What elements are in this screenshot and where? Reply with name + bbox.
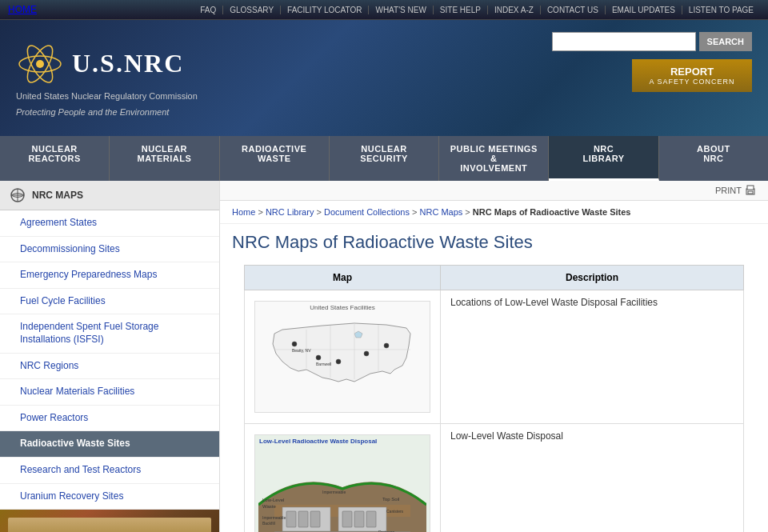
us-map-title: United States Facilities — [255, 302, 430, 314]
svg-text:Top Soil: Top Soil — [382, 497, 399, 502]
sidebar-item-agreement-states[interactable]: Agreement States — [0, 210, 219, 237]
svg-rect-27 — [310, 511, 320, 527]
email-updates-link[interactable]: EMAIL UPDATES — [606, 6, 682, 14]
nrc-atom-logo — [16, 40, 64, 88]
report-sublabel: A SAFETY CONCERN — [650, 78, 735, 86]
description-text-2: Low-Level Waste Disposal — [450, 430, 563, 442]
sidebar-item-emergency-preparedness[interactable]: Emergency Preparedness Maps — [0, 262, 219, 289]
svg-point-18 — [364, 351, 369, 356]
breadcrumb-library[interactable]: NRC Library — [266, 207, 314, 217]
svg-text:Impermeable: Impermeable — [262, 515, 286, 520]
waste-diagram-title: Low-Level Radioactive Waste Disposal — [255, 435, 430, 447]
svg-rect-29 — [354, 511, 364, 527]
sidebar-item-power-reactors[interactable]: Power Reactors — [0, 406, 219, 432]
svg-rect-9 — [748, 191, 753, 194]
waste-diagram-image[interactable]: Low-Level Radioactive Waste Disposal — [254, 434, 430, 532]
svg-text:Canisters: Canisters — [386, 509, 404, 514]
nrc-tagline: Protecting People and the Environment — [16, 107, 198, 117]
description-text-1: Locations of Low-Level Waste Disposal Fa… — [450, 297, 658, 308]
breadcrumb-home[interactable]: Home — [232, 207, 255, 217]
logo-container: U.S.NRC — [16, 40, 198, 88]
library-image — [0, 510, 219, 532]
sidebar-item-uranium-recovery[interactable]: Uranium Recovery Sites — [0, 484, 219, 510]
listen-to-page-link[interactable]: LISTEN TO PAGE — [682, 6, 760, 14]
svg-text:Low-Level: Low-Level — [262, 498, 284, 502]
sidebar-item-fuel-cycle[interactable]: Fuel Cycle Facilities — [0, 289, 219, 315]
breadcrumb-maps[interactable]: NRC Maps — [420, 207, 463, 217]
svg-rect-26 — [298, 511, 308, 527]
waste-diagram-svg: Low-Level Waste Top Soil Impermeable Imp… — [258, 447, 426, 532]
svg-text:Beatty, NV: Beatty, NV — [292, 348, 311, 353]
print-label: PRINT — [715, 186, 742, 195]
print-icon — [745, 185, 756, 196]
report-safety-button[interactable]: REPORT A SAFETY CONCERN — [632, 59, 752, 92]
maps-icon — [10, 187, 26, 203]
home-link[interactable]: HOME — [8, 4, 37, 15]
svg-point-15 — [292, 342, 297, 346]
sidebar-item-research-reactors[interactable]: Research and Test Reactors — [0, 458, 219, 484]
nav-nuclear-materials[interactable]: NUCLEARMATERIALS — [110, 136, 219, 181]
nav-about-nrc[interactable]: ABOUTNRC — [659, 136, 768, 181]
maps-table: Map Description United States Facilities — [244, 265, 744, 532]
main-navigation: NUCLEARREACTORS NUCLEARMATERIALS RADIOAC… — [0, 136, 768, 181]
search-input[interactable] — [552, 32, 696, 51]
print-bar: PRINT — [220, 181, 768, 201]
site-help-link[interactable]: SITE HELP — [434, 6, 488, 14]
whats-new-link[interactable]: WHAT'S NEW — [369, 6, 433, 14]
nav-nuclear-security[interactable]: NUCLEARSECURITY — [330, 136, 439, 181]
breadcrumb: Home > NRC Library > Document Collection… — [220, 201, 768, 224]
search-box: SEARCH — [552, 32, 752, 51]
table-row: Low-Level Radioactive Waste Disposal — [245, 424, 744, 533]
description-cell-1: Locations of Low-Level Waste Disposal Fa… — [441, 290, 744, 424]
svg-text:Backfill: Backfill — [262, 521, 275, 526]
sidebar-item-nrc-regions[interactable]: NRC Regions — [0, 354, 219, 380]
svg-text:Waste: Waste — [262, 504, 276, 509]
nrc-full-name: United States Nuclear Regulatory Commiss… — [16, 91, 198, 101]
facility-locator-link[interactable]: FACILITY LOCATOR — [281, 6, 369, 14]
svg-point-0 — [36, 60, 44, 68]
svg-rect-8 — [747, 186, 754, 190]
top-navigation: HOME FAQ GLOSSARY FACILITY LOCATOR WHAT'… — [0, 0, 768, 20]
nav-radioactive-waste[interactable]: RADIOACTIVEWASTE — [220, 136, 330, 181]
sidebar: NRC MAPS Agreement States Decommissionin… — [0, 181, 220, 532]
sidebar-item-isfsi[interactable]: Independent Spent Fuel Storage Installat… — [0, 314, 219, 353]
breadcrumb-documents[interactable]: Document Collections — [324, 207, 410, 217]
index-az-link[interactable]: INDEX A-Z — [488, 6, 541, 14]
description-cell-2: Low-Level Waste Disposal — [441, 424, 744, 533]
nav-nrc-library[interactable]: NRCLIBRARY — [549, 136, 658, 181]
glossary-link[interactable]: GLOSSARY — [223, 6, 281, 14]
svg-text:Impermeable: Impermeable — [322, 490, 346, 494]
print-link[interactable]: PRINT — [715, 185, 756, 196]
site-header: U.S.NRC United States Nuclear Regulatory… — [0, 20, 768, 136]
svg-point-19 — [384, 343, 389, 348]
svg-point-16 — [316, 355, 321, 360]
breadcrumb-current: NRC Maps of Radioactive Waste Sites — [473, 207, 631, 217]
nrc-text: U.S.NRC — [72, 49, 184, 78]
search-button[interactable]: SEARCH — [699, 32, 752, 51]
map-cell-1[interactable]: United States Facilities — [245, 290, 441, 424]
table-row: United States Facilities — [245, 290, 744, 424]
sidebar-item-decommissioning-sites[interactable]: Decommissioning Sites — [0, 237, 219, 263]
nrc-title: U.S.NRC — [72, 49, 184, 78]
svg-rect-28 — [342, 511, 352, 527]
top-nav-links: FAQ GLOSSARY FACILITY LOCATOR WHAT'S NEW… — [194, 6, 760, 14]
home-label[interactable]: HOME — [8, 4, 37, 15]
map-cell-2[interactable]: Low-Level Radioactive Waste Disposal — [245, 424, 441, 533]
us-map-image[interactable]: United States Facilities — [254, 301, 430, 413]
sidebar-item-radioactive-waste[interactable]: Radioactive Waste Sites — [0, 431, 219, 458]
report-label: REPORT — [670, 66, 714, 78]
sidebar-item-nuclear-materials[interactable]: Nuclear Materials Facilities — [0, 379, 219, 406]
svg-rect-25 — [286, 511, 296, 527]
contact-us-link[interactable]: CONTACT US — [541, 6, 606, 14]
svg-text:Barnwell: Barnwell — [316, 362, 331, 366]
svg-rect-30 — [366, 511, 376, 527]
faq-link[interactable]: FAQ — [194, 6, 223, 14]
nav-public-meetings[interactable]: PUBLIC MEETINGS &INVOLVEMENT — [439, 136, 549, 181]
header-right: SEARCH REPORT A SAFETY CONCERN — [552, 32, 752, 92]
table-header-map: Map — [245, 266, 441, 290]
sidebar-header: NRC MAPS — [0, 181, 219, 210]
page-title: NRC Maps of Radioactive Waste Sites — [232, 232, 756, 253]
sidebar-title: NRC MAPS — [32, 190, 83, 201]
page-title-area: NRC Maps of Radioactive Waste Sites Map … — [220, 224, 768, 532]
nav-nuclear-reactors[interactable]: NUCLEARREACTORS — [0, 136, 110, 181]
